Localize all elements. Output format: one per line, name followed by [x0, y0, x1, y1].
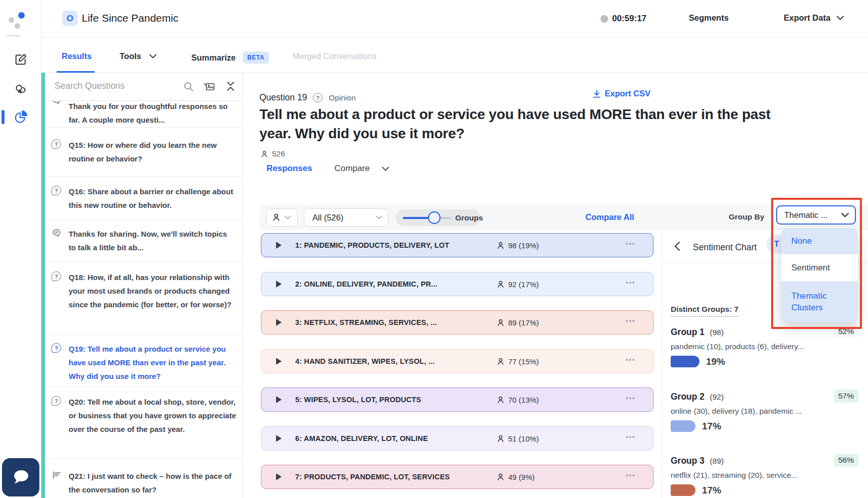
tab-results[interactable]: Results: [62, 51, 92, 61]
search-icon[interactable]: [183, 81, 194, 92]
group-by-select[interactable]: Thematic ...: [776, 205, 856, 225]
question-bubble-icon: ?: [51, 186, 62, 196]
media-filter-icon[interactable]: [204, 81, 215, 92]
row-menu-button[interactable]: •••: [626, 279, 636, 286]
pie-chart-icon: [13, 109, 28, 125]
slider-label: Groups: [455, 213, 483, 223]
response-scope-value: All (526): [312, 213, 343, 223]
group-row-label: 7: PRODUCTS, PANDEMIC, LOT, SERVICES: [295, 473, 450, 481]
group-row-label: 5: WIPES, LYSOL, LOT, PRODUCTS: [295, 396, 421, 404]
compose-icon: [14, 52, 28, 67]
question-list-item[interactable]: ? Q20: Tell me about a local shop, store…: [45, 386, 243, 459]
active-tab-underline: [57, 71, 95, 73]
chevron-down-icon: [285, 215, 291, 219]
tab-tools[interactable]: Tools: [120, 51, 156, 61]
question-list-item[interactable]: Thank you for your thoughtful responses …: [45, 99, 243, 128]
segments-button[interactable]: Segments: [689, 13, 729, 23]
tab-compare[interactable]: Compare: [335, 163, 389, 174]
participant-filter-select[interactable]: [266, 208, 298, 227]
export-csv-button[interactable]: Export CSV: [592, 89, 650, 98]
menu-option-none[interactable]: None: [781, 228, 858, 254]
question-bubble-icon: ?: [51, 271, 62, 282]
chevron-down-icon: [149, 54, 156, 59]
row-menu-button[interactable]: •••: [626, 317, 636, 324]
logo-dot: [18, 12, 25, 19]
respondent-count-value: 526: [272, 149, 285, 158]
group-row-count-value: 49 (9%): [508, 473, 535, 481]
row-menu-button[interactable]: •••: [626, 240, 636, 247]
group-row-6[interactable]: 6: AMAZON, DELIVERY, LOT, ONLINE 51 (10%…: [261, 426, 654, 451]
left-rail: [0, 0, 41, 498]
results-nav-button[interactable]: [0, 104, 41, 130]
response-scope-select[interactable]: All (526): [304, 208, 389, 227]
tab-summarize-label: Summarize: [191, 53, 236, 63]
compare-all-button[interactable]: Compare All: [585, 212, 634, 222]
group-percent: 17%: [702, 485, 721, 496]
row-menu-button[interactable]: •••: [626, 394, 636, 402]
group-row-1[interactable]: 1: PANDEMIC, PRODUCTS, DELIVERY, LOT 98 …: [261, 233, 654, 257]
question-list-item[interactable]: ? Q18: How, if at all, has your relation…: [45, 262, 243, 335]
group-count: (98): [710, 328, 724, 337]
question-text: Q20: Tell me about a local shop, store, …: [69, 395, 236, 436]
group-row-4[interactable]: 4: HAND SANITIZER, WIPES, LYSOL, ... 77 …: [261, 349, 654, 373]
group-name: Group 3: [671, 456, 704, 466]
group-match-badge: 56%: [834, 454, 858, 467]
question-number: Question 19: [259, 92, 307, 103]
play-icon[interactable]: [276, 358, 282, 365]
group-percent: 19%: [706, 356, 725, 367]
group-row-2[interactable]: 2: ONLINE, DELIVERY, PANDEMIC, PR... 92 …: [261, 272, 654, 296]
play-icon[interactable]: [276, 281, 282, 288]
search-input[interactable]: Search Questions: [55, 81, 125, 91]
person-icon: [260, 150, 268, 158]
question-list-item[interactable]: ? Q15: How or where did you learn the ne…: [45, 128, 243, 177]
question-list-item[interactable]: Thanks for sharing. Now, we'll switch to…: [45, 220, 243, 262]
support-chat-button[interactable]: [2, 458, 39, 496]
menu-option-sentiment[interactable]: Sentiment: [781, 254, 858, 281]
person-icon: [272, 213, 281, 222]
group-keywords: netflix (21), streaming (20), service...: [671, 471, 868, 480]
chevron-down-icon: [376, 215, 382, 219]
play-icon[interactable]: [276, 396, 282, 403]
distinct-groups-label[interactable]: Distinct Groups: 7: [671, 305, 738, 317]
tab-merged-conversations[interactable]: Merged Conversations: [293, 51, 376, 61]
chevron-down-icon: [837, 16, 844, 20]
play-icon[interactable]: [276, 242, 282, 249]
play-icon[interactable]: [276, 435, 282, 442]
group-row-7[interactable]: 7: PRODUCTS, PANDEMIC, LOT, SERVICES 49 …: [261, 465, 654, 489]
app-logo[interactable]: [6, 7, 30, 29]
slider-thumb[interactable]: [428, 211, 441, 224]
group-granularity-slider[interactable]: Groups: [396, 209, 480, 226]
tab-summarize[interactable]: Summarize BETA: [191, 51, 269, 64]
group-row-count: 98 (19%): [497, 241, 539, 250]
rail-divider: [7, 35, 20, 36]
collapse-all-icon[interactable]: [226, 81, 236, 92]
logo-dot: [15, 23, 20, 29]
question-bubble-icon: ?: [51, 139, 62, 149]
group-row-5[interactable]: 5: WIPES, LYSOL, LOT, PRODUCTS 70 (13%) …: [261, 388, 654, 412]
group-name: Group 2: [671, 392, 704, 402]
row-menu-button[interactable]: •••: [626, 433, 636, 440]
question-list-item[interactable]: Q21: I just want to check – how is the p…: [45, 459, 243, 498]
app-root: O Life Since Pandemic 00:59:17 Segments …: [0, 0, 868, 498]
question-search-bar: Search Questions: [45, 73, 243, 101]
group-bar: [671, 484, 695, 496]
row-menu-button[interactable]: •••: [626, 471, 636, 479]
conversation-type-badge: O: [62, 11, 78, 26]
question-type-label: Opinion: [329, 93, 355, 102]
compose-nav-button[interactable]: [0, 46, 41, 73]
back-chevron-icon[interactable]: [674, 241, 680, 251]
play-icon[interactable]: [276, 319, 282, 326]
question-list-item-active[interactable]: ? Q19: Tell me about a product or servic…: [45, 335, 243, 386]
question-text: Q19: Tell me about a product or service …: [69, 342, 236, 383]
main-tab-bar: Results Tools Summarize BETA Merged Conv…: [41, 38, 868, 73]
menu-option-thematic-clusters[interactable]: Thematic Clusters: [781, 281, 858, 322]
play-icon[interactable]: [276, 473, 282, 480]
conversations-nav-button[interactable]: [0, 77, 41, 103]
chat-bubble-icon: [10, 467, 31, 487]
question-list-item[interactable]: ? Q16: Share about a barrier or challeng…: [45, 177, 243, 220]
tab-responses[interactable]: Responses: [266, 163, 312, 174]
export-data-button[interactable]: Export Data: [784, 13, 844, 23]
row-menu-button[interactable]: •••: [626, 356, 636, 363]
group-bar: [671, 420, 695, 432]
group-row-3[interactable]: 3: NETFLIX, STREAMING, SERVICES, ... 89 …: [261, 310, 654, 335]
